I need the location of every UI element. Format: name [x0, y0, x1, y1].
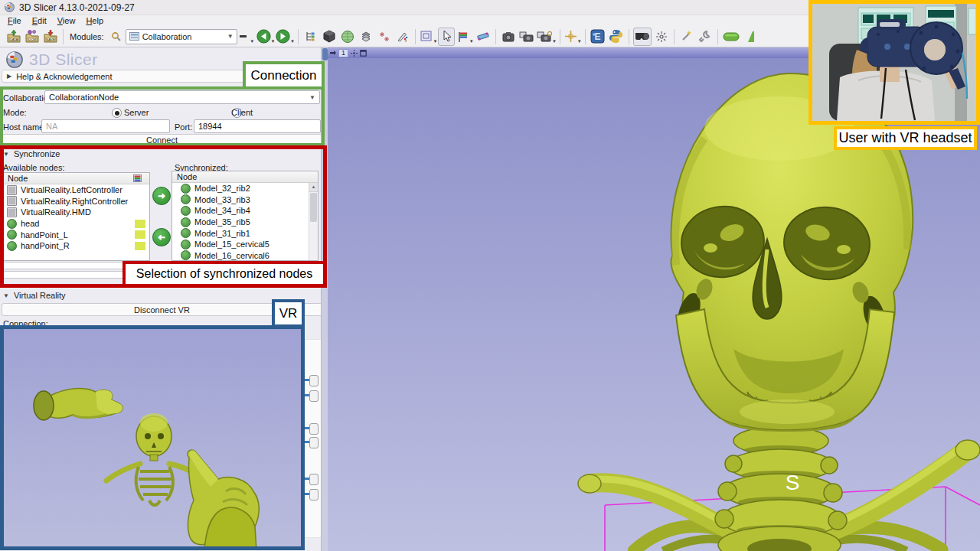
partial-toolbar-icon[interactable]: [742, 28, 759, 46]
connection-annotation-text: Connection: [250, 68, 316, 83]
application-window: 3D Slicer 4.13.0-2021-09-27 FileEditView…: [0, 0, 980, 551]
webcam-photo: [812, 4, 976, 121]
vr-left-hand: [34, 388, 122, 420]
forward-icon[interactable]: ▾: [276, 28, 294, 46]
module-search-icon[interactable]: [108, 28, 125, 46]
module-icon: [129, 32, 139, 41]
virtual-reality-header[interactable]: ▼ Virtual Reality: [3, 291, 66, 300]
screenshot-frame-icon[interactable]: ▾: [420, 28, 437, 46]
virtual-reality-header-label: Virtual Reality: [14, 291, 66, 300]
back-icon[interactable]: ▾: [256, 28, 275, 46]
module-hierarchy-icon[interactable]: [302, 28, 319, 46]
magic-wand-icon[interactable]: [678, 28, 695, 46]
vr-settings-icon[interactable]: [653, 28, 670, 46]
module-history-icon[interactable]: ▾: [238, 28, 255, 46]
toolbar-separator: [585, 29, 586, 44]
python-console-icon[interactable]: [608, 28, 625, 46]
module-selector-combobox[interactable]: Collaboration ▼: [126, 29, 237, 44]
scene-view-restore-icon[interactable]: ▾: [537, 28, 556, 46]
panel-logo-text: 3D Slicer: [29, 51, 98, 69]
selection-annotation-label: Selection of synchronized nodes: [122, 261, 326, 287]
toolbar-separator: [674, 29, 675, 44]
toolbar-separator: [629, 29, 629, 44]
slider-handle[interactable]: [309, 437, 318, 448]
vr-preview-scene: [4, 329, 301, 546]
annotation-pen-icon[interactable]: [394, 28, 411, 46]
app-logo-icon: [5, 2, 15, 12]
toolbar-separator: [717, 29, 718, 44]
crosshair-icon[interactable]: ▾: [564, 28, 581, 46]
view-number-badge: 1: [338, 49, 348, 57]
slider-handle[interactable]: [309, 423, 318, 435]
menu-item[interactable]: Help: [81, 16, 108, 25]
load-dicom-icon[interactable]: DCM: [24, 28, 41, 46]
webcam-view: [808, 0, 980, 125]
toolbar-separator: [495, 29, 496, 44]
colors-icon[interactable]: ▾: [456, 28, 473, 46]
slider-handle[interactable]: [309, 489, 318, 500]
slicer-logo: 3D Slicer: [6, 51, 98, 69]
maximize-view-icon[interactable]: [360, 50, 367, 57]
vr-annotation-label: VR: [272, 299, 305, 328]
vr-headset-button[interactable]: [633, 28, 652, 46]
vr-annotation-text: VR: [279, 306, 298, 321]
scene-capture-icon[interactable]: [500, 28, 517, 46]
svg-text:DATA: DATA: [9, 37, 18, 41]
slider-handle[interactable]: [309, 390, 318, 402]
menu-item[interactable]: File: [3, 16, 26, 25]
modules-label: Modules:: [70, 32, 104, 41]
connection-annotation-rect: [0, 86, 325, 146]
connection-annotation-label: Connection: [243, 61, 325, 90]
toolbar-separator: [63, 29, 64, 44]
toolbar-separator: [415, 29, 416, 44]
svg-text:E: E: [595, 31, 601, 42]
webcam-annotation-label: User with VR headset: [834, 126, 977, 150]
disconnect-vr-label: Disconnect VR: [134, 305, 190, 315]
module-selector-value: Collaboration: [142, 32, 192, 41]
extensions-manager-icon[interactable]: E: [590, 28, 606, 46]
pin-icon[interactable]: [330, 50, 336, 56]
mrb-cube-icon[interactable]: [321, 28, 338, 46]
slider-handle[interactable]: [309, 474, 318, 485]
help-section-label: Help & Acknowledgement: [16, 72, 112, 81]
mouse-pointer-button[interactable]: [438, 28, 455, 46]
vr-preview: [0, 325, 305, 550]
toolbar-separator: [560, 29, 560, 44]
load-data-icon[interactable]: DATA: [5, 28, 22, 46]
markups-fiducial-icon[interactable]: [376, 28, 393, 46]
window-title: 3D Slicer 4.13.0-2021-09-27: [19, 2, 135, 13]
chevron-down-icon: ▼: [227, 33, 234, 40]
selection-annotation-text: Selection of synchronized nodes: [136, 267, 312, 281]
ruler-icon[interactable]: [475, 28, 492, 46]
capsule-icon[interactable]: [722, 28, 740, 46]
collapsed-triangle-icon: ▶: [7, 73, 11, 80]
svg-text:DCM: DCM: [28, 37, 36, 41]
orientation-label-s: S: [786, 471, 800, 494]
slider-handle[interactable]: [309, 375, 318, 386]
panel-scroll-thumb[interactable]: [322, 48, 328, 60]
vr-right-hand: [188, 450, 259, 546]
menu-item[interactable]: View: [53, 16, 80, 25]
scene-view-save-icon[interactable]: [518, 28, 535, 46]
toolbar-separator: [298, 29, 299, 44]
view-options-icon[interactable]: [351, 50, 358, 57]
save-data-icon[interactable]: SAVE: [42, 28, 59, 46]
layers-icon[interactable]: [358, 28, 374, 46]
svg-text:SAVE: SAVE: [46, 37, 54, 41]
wrench-icon[interactable]: [697, 28, 714, 46]
models-sphere-icon[interactable]: [339, 28, 356, 46]
slicer-logo-icon: [6, 51, 23, 68]
menu-item[interactable]: Edit: [28, 16, 51, 25]
expanded-triangle-icon: ▼: [3, 292, 9, 299]
webcam-annotation-text: User with VR headset: [838, 130, 972, 146]
